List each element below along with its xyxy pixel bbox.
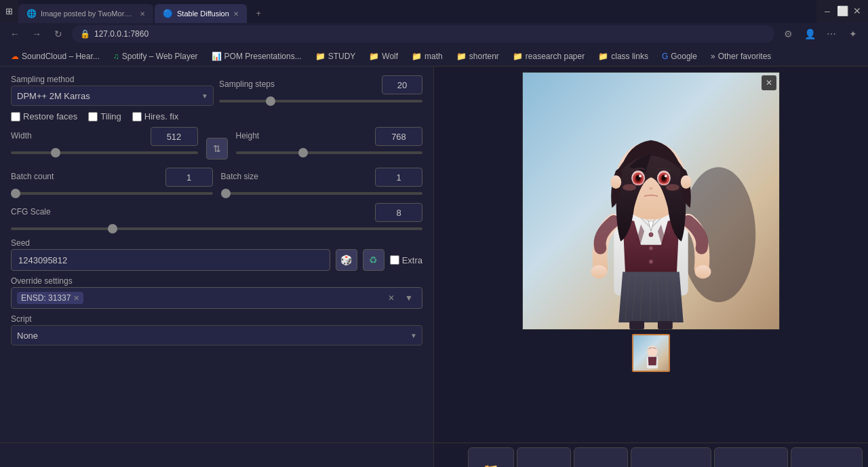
bookmark-research[interactable]: 📁 reasearch paper <box>507 50 590 62</box>
bookmark-pom[interactable]: 📊 POM Presentations... <box>206 50 307 62</box>
close-window-btn[interactable]: ✕ <box>852 5 863 16</box>
zip-btn[interactable]: Zip <box>574 447 628 468</box>
script-section: Script None Prompt matrix X/Y/Z plot <box>11 314 422 345</box>
svg-point-35 <box>647 345 657 357</box>
recycle-btn[interactable]: ♻ <box>363 249 384 271</box>
extensions-btn[interactable]: ⚙ <box>780 26 796 42</box>
hires-fix-input[interactable] <box>132 112 142 122</box>
close-image-btn[interactable]: ✕ <box>762 75 776 90</box>
tiling-input[interactable] <box>88 112 98 122</box>
batch-size-slider[interactable] <box>221 192 423 195</box>
sampling-steps-label: Sampling steps <box>219 79 275 89</box>
tab1-favicon: 🌐 <box>26 9 37 18</box>
tab-1[interactable]: 🌐 Image posted by TwoMoreTimes... ✕ <box>18 4 153 23</box>
copilot-btn[interactable]: ✦ <box>845 26 861 42</box>
send-extras-btn[interactable]: Send to extras <box>791 447 863 468</box>
main-layout: Sampling method DPM++ 2M Karras Euler a … <box>0 67 868 443</box>
generated-image <box>523 73 779 329</box>
batch-count-section: Batch count <box>11 168 213 198</box>
script-select[interactable]: None Prompt matrix X/Y/Z plot <box>11 325 422 345</box>
batch-size-input[interactable] <box>375 168 422 187</box>
tag-remove-btn[interactable]: ✕ <box>73 294 79 303</box>
browser-tab-icon: ⊞ <box>5 6 13 16</box>
bookmark-study[interactable]: 📁 STUDY <box>310 50 361 62</box>
hires-fix-label: Hires. fix <box>144 111 179 122</box>
height-slider[interactable] <box>236 151 423 154</box>
math-icon: 📁 <box>412 52 422 61</box>
sampling-steps-slider[interactable] <box>219 100 422 102</box>
sampling-method-select[interactable]: DPM++ 2M Karras Euler a Euler <box>11 86 214 106</box>
extra-checkbox[interactable]: Extra <box>390 255 422 265</box>
cfg-scale-input[interactable] <box>375 203 422 222</box>
tiling-label: Tiling <box>100 111 121 122</box>
save-btn[interactable]: Save <box>517 447 571 468</box>
browser-chrome: ⊞ 🌐 Image posted by TwoMoreTimes... ✕ 🔵 … <box>0 0 868 67</box>
sampling-method-select-wrapper: DPM++ 2M Karras Euler a Euler <box>11 86 214 106</box>
tag-text: ENSD: 31337 <box>21 293 71 303</box>
restore-faces-checkbox[interactable]: Restore faces <box>11 111 77 122</box>
cfg-scale-slider[interactable] <box>11 227 422 230</box>
more-btn[interactable]: ⋯ <box>823 26 840 42</box>
bookmark-more[interactable]: » Other favorites <box>705 50 776 62</box>
dice-btn[interactable]: 🎲 <box>336 249 357 271</box>
svg-rect-12 <box>658 321 673 329</box>
bookmark-google[interactable]: G Google <box>656 50 703 62</box>
send-inpaint-btn[interactable]: Send to inpaint <box>714 447 788 468</box>
thumbnail-1[interactable] <box>632 334 670 372</box>
bookmark-class[interactable]: 📁 class links <box>593 50 654 62</box>
svg-point-30 <box>681 175 692 189</box>
script-select-wrapper: None Prompt matrix X/Y/Z plot <box>11 325 422 345</box>
restore-faces-label: Restore faces <box>23 111 77 122</box>
override-clear-btn[interactable]: ✕ <box>384 291 399 305</box>
width-input[interactable] <box>151 127 198 146</box>
batch-count-input[interactable] <box>165 168 213 187</box>
recycle-icon: ♻ <box>369 255 378 265</box>
override-dropdown-btn[interactable]: ▼ <box>401 291 416 305</box>
batch-size-label: Batch size <box>221 172 258 181</box>
research-icon: 📁 <box>513 52 523 61</box>
spotify-icon: ♫ <box>113 52 119 61</box>
new-tab-btn[interactable]: + <box>248 4 269 23</box>
tiling-checkbox[interactable]: Tiling <box>88 111 121 122</box>
bookmark-math[interactable]: 📁 math <box>406 50 448 62</box>
hires-fix-checkbox[interactable]: Hires. fix <box>132 111 179 122</box>
google-icon: G <box>662 52 668 61</box>
tab2-close[interactable]: ✕ <box>233 10 239 18</box>
wolf-icon: 📁 <box>369 52 379 61</box>
back-btn[interactable]: ← <box>7 26 23 42</box>
forward-btn[interactable]: → <box>28 26 45 42</box>
address-bar[interactable]: 🔒 127.0.0.1:7860 <box>72 25 774 43</box>
override-tag: ENSD: 31337 ✕ <box>17 292 83 304</box>
bookmark-soundcloud[interactable]: ☁ SoundCloud – Hear... <box>5 50 105 62</box>
bookmarks-bar: ☁ SoundCloud – Hear... ♫ Spotify – Web P… <box>0 46 868 67</box>
bookmark-spotify[interactable]: ♫ Spotify – Web Player <box>108 50 203 62</box>
extra-label: Extra <box>402 255 422 265</box>
svg-point-31 <box>649 233 653 237</box>
sampling-steps-input[interactable] <box>382 75 422 94</box>
restore-faces-input[interactable] <box>11 112 20 122</box>
refresh-btn[interactable]: ↻ <box>50 26 66 42</box>
tab2-favicon: 🔵 <box>163 9 173 18</box>
swap-dimensions-btn[interactable]: ⇅ <box>206 138 228 160</box>
svg-point-32 <box>649 246 653 250</box>
profile-btn[interactable]: 👤 <box>802 26 818 42</box>
tab-2[interactable]: 🔵 Stable Diffusion ✕ <box>155 4 247 23</box>
send-img2img-btn[interactable]: Send to img2img <box>631 447 712 468</box>
bookmark-shortenr[interactable]: 📁 shortenr <box>451 50 505 62</box>
left-panel: Sampling method DPM++ 2M Karras Euler a … <box>0 67 434 443</box>
batch-count-slider[interactable] <box>11 192 213 195</box>
width-slider[interactable] <box>11 151 198 154</box>
sampling-method-label: Sampling method <box>11 75 214 84</box>
minimize-btn[interactable]: – <box>822 5 833 16</box>
seed-input[interactable] <box>11 249 330 271</box>
override-row: ENSD: 31337 ✕ ✕ ▼ <box>11 287 422 309</box>
height-input[interactable] <box>375 127 422 146</box>
open-folder-btn[interactable]: 📁 <box>468 447 514 468</box>
maximize-btn[interactable]: ⬜ <box>837 5 848 16</box>
bookmark-wolf[interactable]: 📁 Wolf <box>363 50 403 62</box>
window-controls: – ⬜ ✕ <box>822 5 863 16</box>
tab1-close[interactable]: ✕ <box>140 10 145 18</box>
more-bookmarks-icon: » <box>711 52 715 61</box>
action-buttons-area: 📁 Save Zip Send to img2img Send to inpai… <box>434 443 868 467</box>
extra-input[interactable] <box>390 255 399 265</box>
